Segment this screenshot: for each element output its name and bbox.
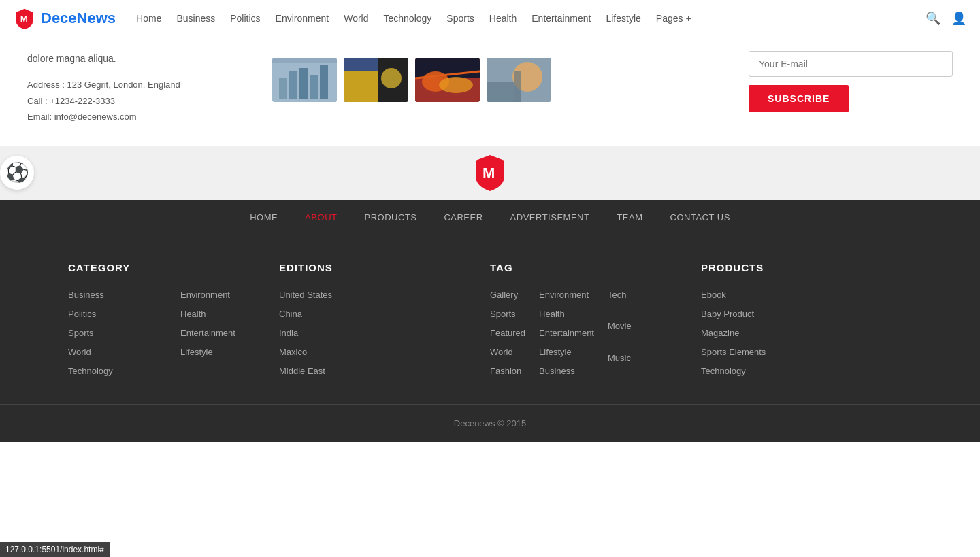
product-ebook[interactable]: Ebook xyxy=(701,290,726,300)
svg-text:M: M xyxy=(483,165,495,182)
edition-india[interactable]: India xyxy=(279,328,298,338)
nav-health[interactable]: Health xyxy=(489,13,517,24)
footer-nav-career[interactable]: CAREER xyxy=(444,212,483,222)
footer-nav-about[interactable]: ABOUT xyxy=(305,212,337,222)
footer-nav-contact[interactable]: CONTACT US xyxy=(670,212,730,222)
category-links: Business Environment Politics Health Spo… xyxy=(68,288,279,377)
thumbnail-3[interactable] xyxy=(415,58,480,102)
svg-rect-20 xyxy=(514,71,521,102)
tag-fashion[interactable]: Fashion xyxy=(490,366,521,376)
svg-rect-7 xyxy=(272,58,337,63)
editions-heading: EDITIONS xyxy=(279,262,490,273)
center-logo-icon: M xyxy=(473,154,507,191)
edition-middle-east[interactable]: Middle East xyxy=(279,366,325,376)
tag-health[interactable]: Health xyxy=(539,309,565,319)
footer-tag-col: TAG Gallery Sports Featured World Fashio… xyxy=(490,262,701,377)
edition-us[interactable]: United States xyxy=(279,290,332,300)
upper-middle-thumbs xyxy=(272,51,721,125)
cat-politics[interactable]: Politics xyxy=(68,309,96,319)
footer-bottom: Decenews © 2015 xyxy=(0,404,980,442)
nav-pages[interactable]: Pages + xyxy=(656,13,691,24)
category-heading: CATEGORY xyxy=(68,262,279,273)
copyright-text: Decenews © 2015 xyxy=(454,418,526,428)
footer-editions-col: EDITIONS United States China India Maxic… xyxy=(279,262,490,377)
footer-nav-team[interactable]: TEAM xyxy=(617,212,642,222)
thumbnail-4[interactable] xyxy=(487,58,551,102)
cat-entertainment[interactable]: Entertainment xyxy=(180,328,235,338)
cat-sports[interactable]: Sports xyxy=(68,328,94,338)
nav-links: Home Business Politics Environment World… xyxy=(136,12,691,24)
nav-sports[interactable]: Sports xyxy=(446,13,474,24)
nav-right-actions: 🔍 👤 xyxy=(926,11,966,26)
search-button[interactable]: 🔍 xyxy=(926,11,941,26)
tag-gallery[interactable]: Gallery xyxy=(490,290,518,300)
logo-text: DeceNews xyxy=(41,10,116,27)
top-navigation: M DeceNews Home Business Politics Enviro… xyxy=(0,0,980,37)
footer-nav-advertisement[interactable]: ADVERTISEMENT xyxy=(510,212,590,222)
svg-rect-3 xyxy=(289,71,297,99)
subscribe-button[interactable]: SUBSCRIBE xyxy=(749,85,849,112)
editions-links: United States China India Maxico Middle … xyxy=(279,288,490,377)
nav-technology[interactable]: Technology xyxy=(384,13,432,24)
edition-china[interactable]: China xyxy=(279,309,302,319)
tag-heading: TAG xyxy=(490,262,701,273)
description-text: dolore magna aliqua. xyxy=(27,51,245,66)
svg-point-15 xyxy=(439,77,473,93)
cat-technology[interactable]: Technology xyxy=(68,366,113,376)
cat-environment[interactable]: Environment xyxy=(180,290,230,300)
product-technology[interactable]: Technology xyxy=(701,366,746,376)
cat-health[interactable]: Health xyxy=(180,309,206,319)
footer-nav-home[interactable]: HOME xyxy=(250,212,278,222)
thumbnail-1[interactable] xyxy=(272,58,337,102)
nav-home[interactable]: Home xyxy=(136,13,161,24)
product-baby[interactable]: Baby Product xyxy=(701,309,754,319)
tag-business[interactable]: Business xyxy=(539,366,575,376)
cat-business[interactable]: Business xyxy=(68,290,104,300)
svg-rect-5 xyxy=(310,75,318,99)
footer-columns: CATEGORY Business Environment Politics H… xyxy=(68,262,912,377)
cat-world[interactable]: World xyxy=(68,347,91,357)
tag-lifestyle[interactable]: Lifestyle xyxy=(539,347,572,357)
svg-rect-19 xyxy=(487,82,514,102)
footer-navigation: HOME ABOUT PRODUCTS CAREER ADVERTISEMENT… xyxy=(0,200,980,235)
upper-section: dolore magna aliqua. Address : 123 Gegri… xyxy=(0,37,980,146)
svg-point-11 xyxy=(381,68,402,88)
products-links: Ebook Baby Product Magazine Sports Eleme… xyxy=(701,288,912,377)
svg-rect-9 xyxy=(344,71,378,102)
tag-environment[interactable]: Environment xyxy=(539,290,589,300)
product-sports[interactable]: Sports Elements xyxy=(701,347,766,357)
nav-politics[interactable]: Politics xyxy=(230,13,260,24)
nav-entertainment[interactable]: Entertainment xyxy=(532,13,591,24)
email-input[interactable] xyxy=(749,51,953,77)
footer-products-col: PRODUCTS Ebook Baby Product Magazine Spo… xyxy=(701,262,912,377)
logo-link[interactable]: M DeceNews xyxy=(14,7,116,29)
nav-lifestyle[interactable]: Lifestyle xyxy=(606,13,640,24)
nav-business[interactable]: Business xyxy=(176,13,215,24)
center-logo: M xyxy=(473,154,507,191)
tag-featured[interactable]: Featured xyxy=(490,328,525,338)
cat-lifestyle[interactable]: Lifestyle xyxy=(180,347,213,357)
separator-section: ⚽ M xyxy=(0,146,980,200)
nav-world[interactable]: World xyxy=(344,13,368,24)
tag-entertainment[interactable]: Entertainment xyxy=(539,328,594,338)
tag-tech[interactable]: Tech xyxy=(608,290,626,300)
tag-sports[interactable]: Sports xyxy=(490,309,516,319)
nav-environment[interactable]: Environment xyxy=(276,13,329,24)
address-line: Address : 123 Gegrit, London, England xyxy=(27,77,245,92)
footer-category-col: CATEGORY Business Environment Politics H… xyxy=(68,262,279,377)
tag-movie[interactable]: Movie xyxy=(608,321,632,331)
thumbnail-2[interactable] xyxy=(344,58,408,102)
edition-maxico[interactable]: Maxico xyxy=(279,347,307,357)
svg-rect-6 xyxy=(320,65,328,99)
user-button[interactable]: 👤 xyxy=(951,11,966,26)
footer-nav-products[interactable]: PRODUCTS xyxy=(364,212,416,222)
upper-left-info: dolore magna aliqua. Address : 123 Gegri… xyxy=(27,51,245,125)
contact-info: Address : 123 Gegrit, London, England Ca… xyxy=(27,77,245,124)
tag-links-col3: Tech Movie Music xyxy=(608,288,632,377)
soccer-ball-icon: ⚽ xyxy=(0,156,34,190)
tag-world[interactable]: World xyxy=(490,347,513,357)
email-line: Email: info@decenews.com xyxy=(27,109,245,124)
svg-rect-2 xyxy=(279,78,287,99)
tag-music[interactable]: Music xyxy=(608,353,631,363)
product-magazine[interactable]: Magazine xyxy=(701,328,739,338)
